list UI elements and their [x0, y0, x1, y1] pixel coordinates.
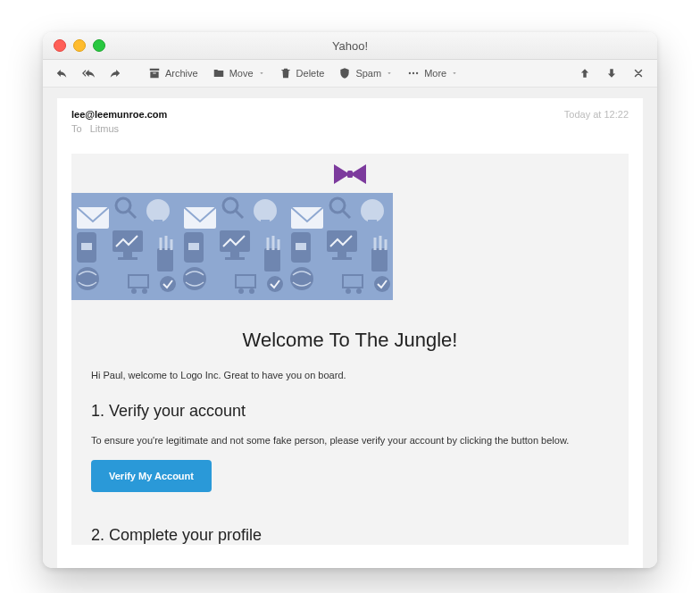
- email-heading: Welcome To The Jungle!: [91, 329, 609, 352]
- move-button[interactable]: Move: [207, 63, 271, 83]
- hero-image: [71, 193, 393, 300]
- message-header: lee@leemunroe.com To Litmus Today at 12:…: [57, 98, 643, 154]
- close-message-button[interactable]: [627, 63, 650, 83]
- titlebar: Yahoo!: [43, 32, 657, 60]
- svg-rect-24: [71, 193, 393, 300]
- prev-message-button[interactable]: [573, 63, 596, 83]
- arrow-down-icon: [605, 67, 618, 79]
- app-window: Yahoo! Archive Move: [43, 32, 657, 568]
- reply-all-icon: [82, 67, 95, 79]
- reply-icon: [55, 67, 68, 79]
- to-line: To Litmus: [71, 123, 564, 134]
- spam-button[interactable]: Spam: [333, 63, 398, 83]
- archive-icon: [148, 67, 161, 79]
- message-pane: lee@leemunroe.com To Litmus Today at 12:…: [57, 98, 643, 568]
- step1-body: To ensure you're legitimate and not some…: [91, 435, 609, 446]
- trash-icon: [279, 67, 292, 79]
- svg-point-2: [416, 72, 418, 74]
- toolbar: Archive Move Delete Spam More: [43, 60, 657, 88]
- step1-title: 1. Verify your account: [91, 402, 609, 421]
- arrow-up-icon: [579, 67, 591, 79]
- chevron-down-icon: [258, 70, 265, 77]
- message-time: Today at 12:22: [564, 109, 629, 134]
- svg-point-0: [409, 72, 411, 74]
- spam-label: Spam: [355, 68, 381, 79]
- svg-point-1: [412, 72, 414, 74]
- shield-icon: [338, 67, 351, 79]
- close-icon: [632, 67, 645, 79]
- svg-rect-3: [347, 171, 353, 178]
- delete-label: Delete: [296, 68, 325, 79]
- step2-title: 2. Complete your profile: [91, 526, 609, 545]
- next-message-button[interactable]: [600, 63, 623, 83]
- forward-button[interactable]: [104, 63, 127, 83]
- reply-all-button[interactable]: [77, 63, 100, 83]
- from-address: lee@leemunroe.com: [71, 109, 564, 120]
- move-label: Move: [229, 68, 254, 79]
- to-label: To: [71, 123, 82, 134]
- more-label: More: [424, 68, 446, 79]
- content-area: lee@leemunroe.com To Litmus Today at 12:…: [43, 88, 657, 568]
- move-icon: [212, 67, 225, 79]
- delete-button[interactable]: Delete: [274, 63, 330, 83]
- email-intro: Hi Paul, welcome to Logo Inc. Great to h…: [91, 370, 609, 380]
- archive-button[interactable]: Archive: [143, 63, 204, 83]
- reply-button[interactable]: [50, 63, 73, 83]
- bowtie-logo-icon: [330, 163, 370, 186]
- email-body-wrapper: Welcome To The Jungle! Hi Paul, welcome …: [71, 154, 629, 545]
- more-button[interactable]: More: [402, 63, 463, 83]
- window-title: Yahoo!: [43, 39, 657, 53]
- archive-label: Archive: [165, 68, 198, 79]
- to-name: Litmus: [90, 123, 119, 134]
- more-horizontal-icon: [407, 67, 420, 79]
- chevron-down-icon: [451, 70, 458, 77]
- verify-account-button[interactable]: Verify My Account: [91, 460, 212, 492]
- chevron-down-icon: [386, 70, 393, 77]
- forward-icon: [109, 67, 121, 79]
